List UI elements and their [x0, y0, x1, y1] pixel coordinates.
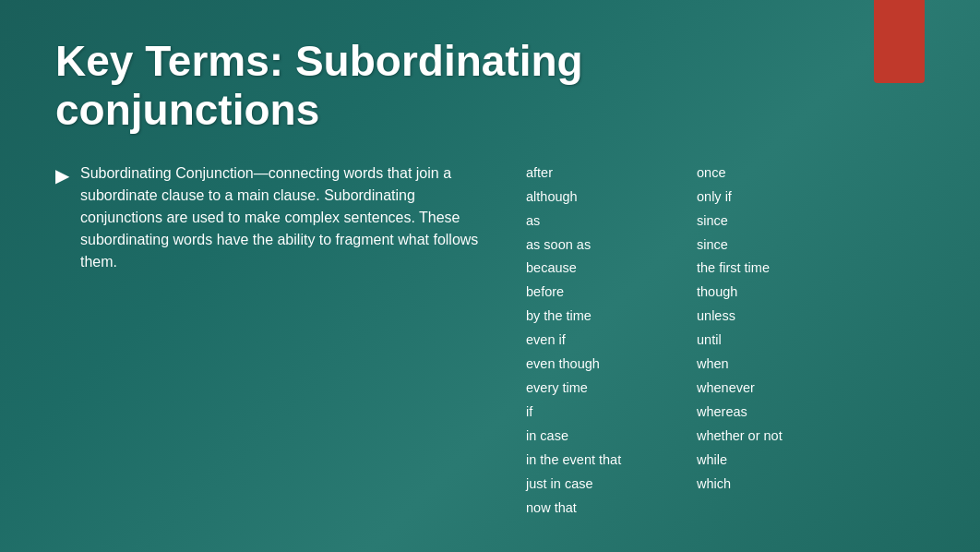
- list-item: while: [697, 450, 867, 472]
- list-item: just in case: [526, 474, 697, 496]
- list-item: as soon as: [526, 234, 697, 257]
- list-item: now that: [526, 498, 697, 520]
- list-item: when: [697, 354, 867, 376]
- list-item: if: [526, 402, 697, 424]
- list-item: in the event that: [526, 450, 697, 472]
- list-item: though: [697, 282, 867, 304]
- list-item: in case: [526, 426, 697, 448]
- list-item: because: [526, 258, 697, 280]
- list-item: unless: [697, 306, 867, 328]
- terms-column-right: onceonly ifsincesincethe first timethoug…: [697, 162, 867, 520]
- slide-title: Key Terms: Subordinating conjunctions: [55, 37, 683, 135]
- list-item: which: [697, 474, 867, 496]
- slide: Key Terms: Subordinating conjunctions ▶ …: [0, 0, 980, 552]
- red-accent-decoration: [874, 0, 925, 83]
- list-item: after: [526, 162, 697, 185]
- list-item: every time: [526, 378, 697, 400]
- list-item: before: [526, 282, 697, 304]
- list-item: as: [526, 210, 697, 233]
- terms-area: afteralthoughasas soon asbecausebeforeby…: [526, 162, 934, 520]
- bullet-arrow-icon: ▶: [55, 164, 69, 186]
- list-item: until: [697, 330, 867, 352]
- list-item: even if: [526, 330, 697, 352]
- list-item: the first time: [697, 258, 867, 280]
- list-item: since: [697, 210, 867, 233]
- list-item: although: [526, 186, 697, 209]
- definition-text: Subordinating Conjunction—connecting wor…: [80, 162, 489, 273]
- list-item: once: [697, 162, 867, 185]
- list-item: by the time: [526, 306, 697, 328]
- definition-block: ▶ Subordinating Conjunction—connecting w…: [55, 162, 489, 273]
- list-item: only if: [697, 186, 867, 209]
- list-item: whether or not: [697, 426, 867, 448]
- list-item: since: [697, 234, 867, 257]
- list-item: whereas: [697, 402, 867, 424]
- content-area: ▶ Subordinating Conjunction—connecting w…: [55, 162, 934, 520]
- list-item: even though: [526, 354, 697, 376]
- terms-column-left: afteralthoughasas soon asbecausebeforeby…: [526, 162, 697, 520]
- list-item: whenever: [697, 378, 867, 400]
